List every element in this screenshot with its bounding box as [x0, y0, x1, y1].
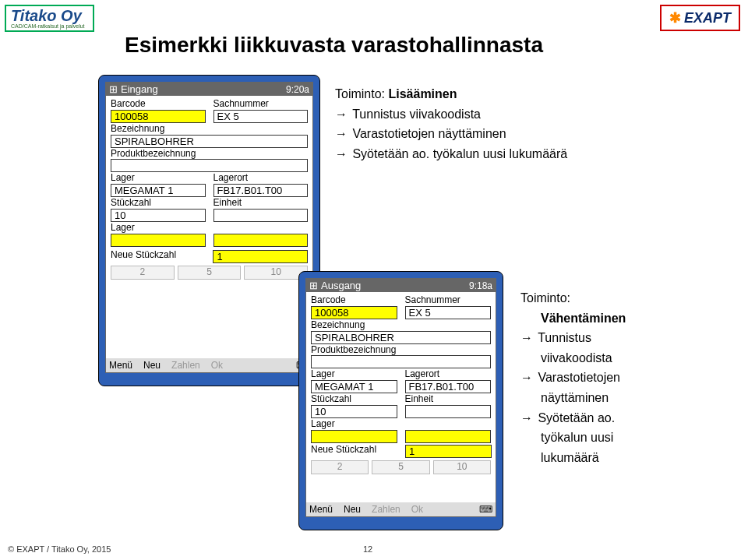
field-stueckzahl[interactable]: 10 — [311, 405, 397, 418]
field-lager[interactable]: MEGAMAT 1 — [111, 184, 206, 197]
menu-neu[interactable]: Neu — [344, 504, 361, 515]
topic-label: Toiminto: — [520, 288, 626, 308]
pda-ausgang: ⊞ Ausgang 9:18a Barcode100058 Sachnummer… — [298, 271, 503, 530]
window-title: Eingang — [121, 83, 286, 95]
field-bezeichnung[interactable]: SPIRALBOHRER — [311, 331, 491, 344]
field-lager[interactable]: MEGAMAT 1 — [311, 380, 397, 393]
field-barcode[interactable]: 100058 — [111, 110, 206, 123]
arrow-icon: → — [335, 127, 348, 140]
footer-copyright: © EXAPT / Titako Oy, 2015 — [8, 544, 111, 554]
arrow-icon: → — [335, 107, 348, 121]
field-barcode[interactable]: 100058 — [311, 306, 397, 319]
arrow-icon: → — [520, 411, 533, 424]
label-einheit: Einheit — [405, 394, 492, 405]
line-text: työkalun uusi — [520, 428, 626, 448]
clock: 9:20a — [286, 84, 309, 95]
field-neue[interactable]: 1 — [213, 250, 307, 263]
field-produktbez[interactable] — [111, 159, 308, 172]
arrow-icon: → — [520, 371, 533, 384]
clock: 9:18a — [469, 280, 492, 291]
field-lagerort[interactable]: FB17.B01.T00 — [213, 184, 309, 197]
label-bezeichnung: Bezeichnung — [311, 320, 491, 331]
label-lager2: Lager — [111, 223, 206, 234]
logo-right: ✱ EXAPT — [660, 5, 740, 31]
label-sachnummer: Sachnummer — [405, 295, 492, 306]
label-stueckzahl: Stückzahl — [111, 198, 206, 209]
arrow-icon: → — [335, 147, 348, 160]
line-text: Syötetään ao. — [535, 411, 615, 424]
arrow-icon: → — [520, 331, 533, 344]
menubar: Menü Neu Zahlen Ok ⌨ — [106, 358, 312, 372]
topic-value: Lisääminen — [388, 87, 457, 100]
field-sachnummer[interactable]: EX 5 — [405, 306, 492, 319]
label-einheit: Einheit — [213, 198, 309, 209]
label-lager: Lager — [311, 369, 397, 380]
label-bezeichnung: Bezeichnung — [111, 124, 308, 135]
menu-neu[interactable]: Neu — [143, 360, 161, 371]
field-stueckzahl[interactable]: 10 — [111, 209, 206, 222]
menu-menu[interactable]: Menü — [109, 360, 132, 371]
text-block-vahentaminen: Toiminto: Vähentäminen → Tunnistus viiva… — [520, 288, 626, 467]
topic-value: Vähentäminen — [520, 308, 626, 329]
label-empty — [213, 223, 309, 234]
menu-ok[interactable]: Ok — [411, 504, 423, 515]
field-empty[interactable] — [405, 430, 492, 443]
num-button-5[interactable]: 5 — [372, 460, 429, 474]
field-bezeichnung[interactable]: SPIRALBOHRER — [111, 135, 308, 148]
logo-subtitle: CAD/CAM-ratkaisut ja palvelut — [11, 23, 85, 29]
field-lagerort[interactable]: FB17.B01.T00 — [405, 380, 492, 393]
line-text: viivakoodista — [520, 348, 626, 368]
num-button-10[interactable]: 10 — [433, 460, 491, 474]
form: Barcode100058 SachnummerEX 5 Bezeichnung… — [106, 96, 312, 358]
field-neue[interactable]: 1 — [405, 445, 492, 458]
line-text: Varastotietojen näyttäminen — [349, 127, 506, 140]
label-sachnummer: Sachnummer — [213, 99, 309, 110]
menu-zahlen[interactable]: Zahlen — [372, 504, 400, 515]
text-block-lisaaminen: Toiminto: Lisääminen → Tunnistus viivako… — [335, 84, 567, 164]
num-button-2[interactable]: 2 — [111, 266, 175, 280]
pda-screen: ⊞ Eingang 9:20a Barcode100058 Sachnummer… — [105, 82, 313, 373]
titlebar: ⊞ Eingang 9:20a — [106, 83, 312, 96]
menu-zahlen[interactable]: Zahlen — [171, 360, 200, 371]
window-icon: ⊞ — [309, 280, 318, 291]
form: Barcode100058 SachnummerEX 5 Bezeichnung… — [306, 292, 496, 502]
line-text: Tunnistus viivakoodista — [349, 107, 481, 121]
num-button-5[interactable]: 5 — [178, 266, 242, 280]
menu-menu[interactable]: Menü — [309, 504, 333, 515]
field-lager2[interactable] — [111, 234, 206, 247]
label-neue: Neue Stückzahl — [111, 250, 205, 261]
field-empty[interactable] — [213, 234, 309, 247]
menu-ok[interactable]: Ok — [211, 360, 223, 371]
titlebar: ⊞ Ausgang 9:18a — [306, 279, 496, 292]
label-lager2: Lager — [311, 419, 397, 430]
line-text: Tunnistus — [535, 331, 591, 344]
page-title: Esimerkki liikkuvasta varastohallinnasta — [125, 33, 543, 58]
menubar: Menü Neu Zahlen Ok ⌨ — [306, 502, 496, 516]
line-text: näyttäminen — [520, 388, 626, 408]
logo-left: Titako Oy CAD/CAM-ratkaisut ja palvelut — [5, 5, 94, 32]
pda-screen: ⊞ Ausgang 9:18a Barcode100058 Sachnummer… — [305, 278, 496, 517]
field-produktbez[interactable] — [311, 355, 491, 368]
label-produktbez: Produktbezeichnung — [311, 345, 491, 356]
page-number: 12 — [363, 544, 372, 554]
window-icon: ⊞ — [109, 83, 118, 95]
label-stueckzahl: Stückzahl — [311, 394, 397, 405]
field-einheit[interactable] — [405, 405, 492, 418]
label-neue: Neue Stückzahl — [311, 445, 397, 456]
field-sachnummer[interactable]: EX 5 — [213, 110, 309, 123]
label-barcode: Barcode — [111, 99, 206, 110]
label-produktbez: Produktbezeichnung — [111, 149, 308, 160]
label-lagerort: Lagerort — [213, 173, 309, 184]
line-text: Syötetään ao. työkalun uusi lukumäärä — [349, 147, 567, 160]
line-text: lukumäärä — [520, 448, 626, 468]
field-einheit[interactable] — [213, 209, 309, 222]
window-title: Ausgang — [321, 280, 469, 291]
keyboard-icon[interactable]: ⌨ — [479, 504, 492, 515]
field-lager2[interactable] — [311, 430, 397, 443]
line-text: Varastotietojen — [535, 371, 620, 384]
logo-company: Titako Oy — [11, 8, 85, 23]
label-barcode: Barcode — [311, 295, 397, 306]
num-button-2[interactable]: 2 — [311, 460, 369, 474]
gear-icon: ✱ — [669, 9, 681, 26]
pda-eingang: ⊞ Eingang 9:20a Barcode100058 Sachnummer… — [98, 75, 320, 386]
